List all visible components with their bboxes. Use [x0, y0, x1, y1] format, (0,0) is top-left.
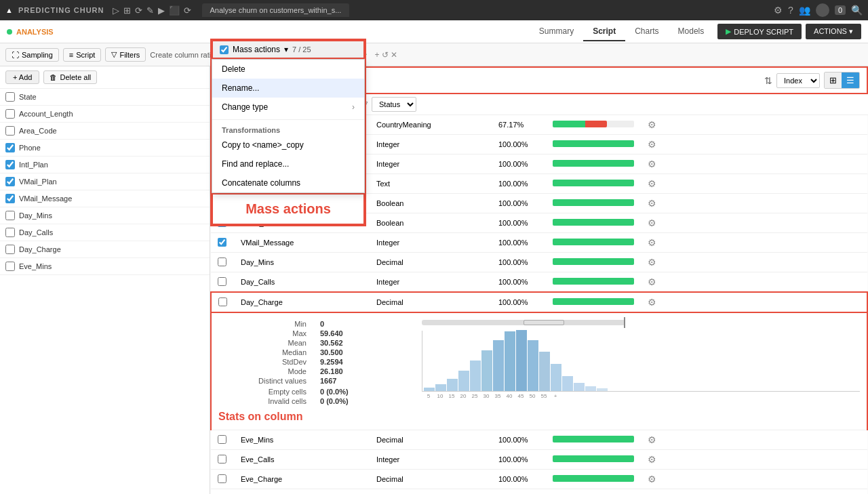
gear-button[interactable]: ⚙	[648, 139, 656, 150]
help-icon[interactable]: ?	[788, 5, 793, 16]
menu-item-rename[interactable]: Rename...	[212, 79, 364, 98]
list-view-button[interactable]: ☰	[842, 73, 859, 88]
share-icon[interactable]: ▷	[113, 5, 119, 16]
analysis-dot	[7, 29, 12, 35]
gear-button[interactable]: ⚙	[648, 434, 656, 445]
gear-button[interactable]: ⚙	[648, 218, 656, 228]
row-checkbox[interactable]	[218, 435, 226, 444]
distinct-value: 1667	[320, 377, 408, 385]
col-name-cell: Day_Charge	[234, 292, 370, 312]
table-row: VMail_Message Integer 100.00% ⚙	[211, 233, 867, 253]
list-item[interactable]: Intl_Plan	[0, 157, 210, 173]
filters-button[interactable]: ▽ Filters	[105, 47, 146, 62]
col-valid-cell: 100.00%	[492, 489, 546, 495]
gear-button[interactable]: ⚙	[648, 178, 656, 189]
list-item[interactable]: Day_Charge	[0, 241, 210, 258]
script-button[interactable]: ≡ Script	[63, 48, 102, 62]
gear-button[interactable]: ⚙	[648, 159, 656, 169]
gear-button[interactable]: ⚙	[648, 198, 656, 209]
rename-label: Rename...	[222, 83, 259, 93]
add-button[interactable]: + Add	[5, 70, 39, 84]
chart-icon[interactable]: ⬛	[169, 5, 180, 16]
col-checkbox-vmail-plan[interactable]	[5, 177, 15, 186]
refresh-icon[interactable]: ⟳	[135, 5, 142, 16]
gear-button[interactable]: ⚙	[648, 237, 656, 248]
col-checkbox-day-charge[interactable]	[5, 245, 15, 254]
list-item[interactable]: VMail_Message	[0, 190, 210, 207]
index-select[interactable]: Index Name Type	[776, 73, 820, 88]
col-progress-cell	[546, 470, 641, 489]
row-checkbox[interactable]	[218, 258, 226, 266]
second-bar: ANALYSIS Summary Script Charts Models ▶ …	[0, 20, 868, 43]
actions-button[interactable]: ACTIONS ▾	[806, 24, 861, 39]
delete-label: Delete	[222, 64, 245, 74]
tab-label: Analyse churn on customers_within_s...	[210, 6, 342, 14]
col-checkbox-phone[interactable]	[5, 143, 15, 152]
users-icon[interactable]: 👥	[799, 5, 810, 16]
mass-actions-overlay: Mass actions ▾ 7 / 25 Delete Rename... C…	[210, 39, 366, 226]
list-item[interactable]: VMail_Plan	[0, 173, 210, 190]
col-checkbox-vmail-msg[interactable]	[5, 194, 15, 203]
list-item[interactable]: Eve_Mins	[0, 258, 210, 275]
col-checkbox-account[interactable]	[5, 109, 15, 119]
col-checkbox-intl[interactable]	[5, 160, 15, 169]
col-checkbox-day-calls[interactable]	[5, 228, 15, 237]
col-checkbox-day-mins[interactable]	[5, 211, 15, 220]
deploy-label: DEPLOY SCRIPT	[734, 28, 793, 36]
run-icon[interactable]: ▶	[158, 5, 165, 16]
col-valid-cell: 100.00%	[492, 213, 546, 233]
gear-button[interactable]: ⚙	[648, 276, 656, 287]
tab-models[interactable]: Models	[669, 22, 714, 41]
list-item[interactable]: State	[0, 89, 210, 106]
row-checkbox[interactable]	[218, 238, 226, 247]
col-checkbox-eve-mins[interactable]	[5, 262, 15, 271]
row-checkbox[interactable]	[218, 474, 226, 483]
left-panel: + Add 🗑 Delete all State Account_Length …	[0, 66, 210, 494]
menu-item-copy[interactable]: Copy to <name>_copy	[212, 136, 364, 155]
row-checkbox[interactable]	[218, 277, 226, 286]
sampling-button[interactable]: ⛶ Sampling	[5, 48, 59, 62]
list-item[interactable]: Area_Code	[0, 123, 210, 140]
settings-icon[interactable]: ⚙	[774, 5, 783, 16]
tab-script[interactable]: Script	[583, 22, 625, 41]
edit-icon[interactable]: ✎	[146, 5, 154, 16]
gear-button[interactable]: ⚙	[648, 474, 656, 485]
col-checkbox-state[interactable]	[5, 92, 15, 102]
list-item[interactable]: Account_Length	[0, 106, 210, 123]
notification-badge[interactable]: 0	[835, 5, 846, 15]
col-name-vmail-msg: VMail_Message	[19, 194, 72, 203]
gear-button[interactable]: ⚙	[648, 257, 656, 268]
gear-button[interactable]: ⚙	[648, 454, 656, 465]
col-valid-cell: 100.00%	[492, 470, 546, 489]
col-valid-cell: 100.00%	[492, 292, 546, 312]
gear-button[interactable]: ⚙	[648, 297, 656, 308]
row-checkbox[interactable]	[218, 455, 226, 464]
col-checkbox-area[interactable]	[5, 126, 15, 136]
sampling-icon: ⛶	[12, 51, 19, 59]
search-icon[interactable]: 🔍	[851, 5, 863, 16]
delete-all-button[interactable]: 🗑 Delete all	[43, 70, 97, 84]
active-tab[interactable]: Analyse churn on customers_within_s...	[202, 3, 350, 17]
menu-item-delete[interactable]: Delete	[212, 60, 364, 79]
grid-view-button[interactable]: ⊞	[825, 73, 842, 88]
list-item[interactable]: Day_Mins	[0, 207, 210, 224]
script-icon: ≡	[69, 51, 73, 59]
menu-item-concat[interactable]: Concatenate columns	[212, 173, 364, 192]
user-avatar[interactable]	[816, 3, 829, 17]
tab-summary[interactable]: Summary	[530, 22, 583, 41]
col-name-cell: Day_Mins	[234, 253, 370, 272]
list-item[interactable]: Phone	[0, 140, 210, 157]
loop-icon[interactable]: ⟳	[184, 5, 191, 16]
grid-icon[interactable]: ⊞	[123, 5, 131, 16]
list-item[interactable]: Day_Calls	[0, 224, 210, 241]
tab-charts[interactable]: Charts	[625, 22, 668, 41]
menu-item-find-replace[interactable]: Find and replace...	[212, 155, 364, 173]
row-checkbox[interactable]	[218, 297, 227, 306]
mass-actions-checkbox[interactable]	[220, 45, 229, 54]
deploy-script-button[interactable]: ▶ DEPLOY SCRIPT	[717, 24, 802, 39]
table-row: Night_Mins Decimal 100.00% ⚙	[211, 489, 867, 495]
menu-item-change-type[interactable]: Change type ›	[212, 98, 364, 117]
gear-button[interactable]: ⚙	[648, 119, 656, 130]
mass-actions-header[interactable]: Mass actions ▾ 7 / 25	[212, 40, 365, 59]
status-select[interactable]: Status	[372, 97, 416, 112]
